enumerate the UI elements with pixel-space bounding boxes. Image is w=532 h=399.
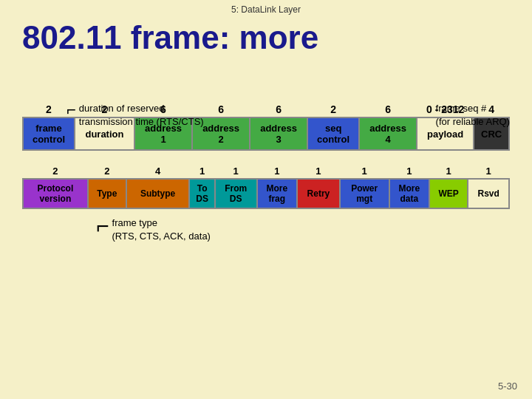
lower-frame-table: 2 2 4 1 1 1 1 1 1 1 1 Protocolversion Ty… — [22, 164, 510, 209]
more-data-cell: Moredata — [389, 179, 429, 208]
upper-left-annotation: ⌐ duration of reserved transmission time… — [66, 102, 204, 128]
page-number: 5-30 — [498, 381, 517, 392]
num-cell: 1 — [189, 164, 214, 179]
page-title: 802.11 frame: more — [0, 15, 532, 59]
num-cell: 2 — [88, 164, 126, 179]
num-cell: 4 — [126, 164, 190, 179]
num-cell: 1 — [429, 164, 468, 179]
num-cell: 1 — [215, 164, 257, 179]
lower-num-row: 2 2 4 1 1 1 1 1 1 1 1 — [23, 164, 509, 179]
upper-right-annotation: frame seq # (for reliable ARQ) — [436, 102, 510, 128]
type-cell: Type — [88, 179, 126, 208]
num-cell: 1 — [257, 164, 297, 179]
num-cell: 1 — [389, 164, 429, 179]
protocol-version-cell: Protocolversion — [23, 179, 88, 208]
more-frag-cell: Morefrag — [257, 179, 297, 208]
from-ds-cell: FromDS — [215, 179, 257, 208]
num-cell: 6 — [359, 102, 417, 117]
num-cell: 2 — [307, 102, 359, 117]
power-mgt-cell: Powermgt — [340, 179, 389, 208]
address3-cell: address3 — [250, 117, 307, 150]
lower-annotation-line1: frame type — [112, 216, 211, 230]
num-cell: 1 — [340, 164, 389, 179]
lower-data-row: Protocolversion Type Subtype ToDS FromDS… — [23, 179, 509, 208]
retry-cell: Retry — [297, 179, 340, 208]
subtype-cell: Subtype — [126, 179, 190, 208]
lower-annotation-line2: (RTS, CTS, ACK, data) — [112, 230, 211, 243]
num-cell: 2 — [23, 164, 88, 179]
rsvd-cell: Rsvd — [468, 179, 509, 208]
seq-control-cell: seqcontrol — [307, 117, 359, 150]
wep-cell: WEP — [429, 179, 468, 208]
address4-cell: address4 — [359, 117, 417, 150]
num-cell: 6 — [250, 102, 307, 117]
to-ds-cell: ToDS — [189, 179, 214, 208]
lower-annotation: ⌐ frame type (RTS, CTS, ACK, data) — [96, 216, 510, 242]
num-cell: 1 — [468, 164, 509, 179]
section-label: 5: DataLink Layer — [0, 0, 532, 15]
num-cell: 1 — [297, 164, 340, 179]
